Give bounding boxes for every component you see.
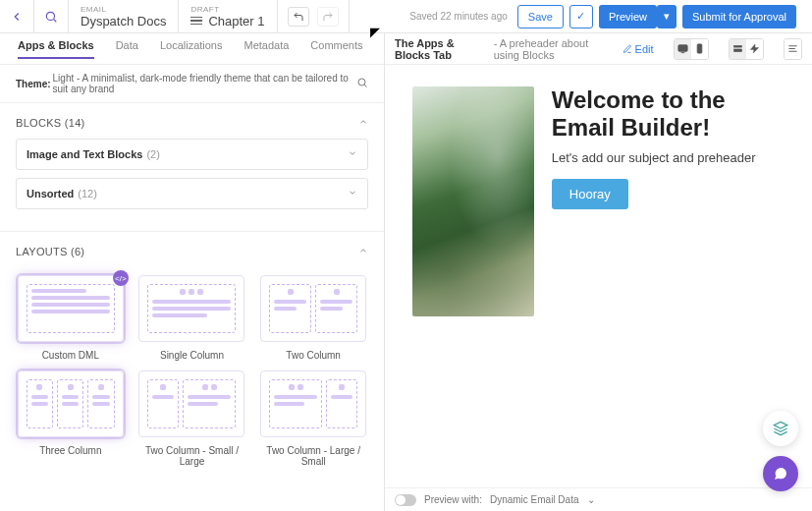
email-label: EMAIL — [81, 5, 107, 14]
redo-button[interactable] — [317, 7, 339, 27]
svg-rect-8 — [733, 49, 741, 52]
back-button[interactable] — [0, 0, 34, 32]
preview-title: The Apps & Blocks Tab — [395, 37, 486, 61]
chevron-up-icon — [358, 117, 368, 129]
code-badge-icon: </> — [113, 270, 129, 286]
preview-toggle[interactable] — [395, 494, 416, 506]
preview-with-value[interactable]: Dynamic Email Data — [490, 494, 579, 505]
email-heading[interactable]: Welcome to the Email Builder! — [552, 86, 785, 141]
cta-button[interactable]: Hooray — [552, 179, 628, 209]
left-tabs: Apps & Blocks Data Localizations Metadat… — [0, 33, 384, 65]
preview-with-label: Preview with: — [424, 494, 482, 505]
email-canvas[interactable]: Welcome to the Email Builder! Let's add … — [385, 65, 812, 511]
confirm-button[interactable]: ✓ — [569, 5, 593, 28]
help-chat-button[interactable] — [763, 456, 798, 491]
theme-value: Light - A minimalist, dark-mode friendly… — [53, 73, 356, 94]
layouts-title: LAYOUTS (6) — [16, 246, 84, 257]
layouts-header[interactable]: LAYOUTS (6) — [0, 232, 384, 267]
layout-two-column[interactable]: Two Column — [258, 275, 368, 361]
save-button[interactable]: Save — [517, 5, 564, 28]
hero-image[interactable] — [412, 86, 534, 316]
submit-button[interactable]: Submit for Approval — [682, 5, 796, 28]
draft-value: Chapter 1 — [208, 14, 264, 28]
saved-status: Saved 22 minutes ago — [409, 11, 508, 22]
preview-subtitle: - A preheader about using Blocks — [494, 37, 615, 61]
align-button[interactable] — [785, 39, 801, 59]
edit-button[interactable]: Edit — [623, 43, 654, 55]
svg-line-1 — [54, 19, 57, 22]
email-value: Dyspatch Docs — [81, 14, 166, 28]
blocks-header[interactable]: BLOCKS (14) — [0, 103, 384, 139]
email-meta[interactable]: EMAIL Dyspatch Docs — [69, 0, 179, 32]
search-icon[interactable] — [356, 77, 368, 90]
svg-line-3 — [364, 85, 366, 86]
layout-single-column[interactable]: Single Column — [137, 275, 247, 361]
chevron-down-icon: ⌄ — [587, 494, 595, 505]
chevron-down-icon — [348, 148, 357, 160]
layout-three-column[interactable]: Three Column — [16, 370, 126, 467]
block-group-unsorted[interactable]: Unsorted (12) — [16, 178, 368, 209]
layout-view-button[interactable] — [730, 39, 746, 59]
desktop-view-button[interactable] — [675, 39, 691, 59]
device-toggle — [674, 38, 709, 60]
mobile-view-button[interactable] — [691, 39, 708, 59]
svg-rect-4 — [678, 45, 687, 51]
align-toggle — [784, 38, 802, 60]
preview-dropdown[interactable]: ▾ — [657, 5, 677, 28]
chevron-up-icon — [358, 246, 368, 257]
tab-comments[interactable]: Comments — [310, 39, 362, 59]
search-button[interactable] — [34, 0, 69, 32]
tab-localizations[interactable]: Localizations — [160, 39, 223, 59]
layout-custom-dml[interactable]: </> Custom DML — [16, 275, 126, 361]
list-icon — [190, 15, 202, 28]
svg-rect-7 — [733, 45, 741, 47]
draft-meta[interactable]: DRAFT Chapter 1 — [179, 0, 277, 32]
svg-point-2 — [358, 79, 365, 85]
svg-rect-6 — [697, 44, 702, 53]
svg-marker-9 — [750, 44, 758, 53]
email-body[interactable]: Let's add our subject and preheader — [552, 150, 785, 165]
preview-button[interactable]: Preview — [599, 5, 657, 28]
undo-button[interactable] — [288, 7, 309, 27]
svg-marker-13 — [774, 422, 786, 428]
view-mode-toggle — [729, 38, 764, 60]
svg-point-0 — [46, 12, 54, 20]
draft-label: DRAFT — [190, 5, 219, 14]
layout-grid: </> Custom DML Single Column Two Column … — [0, 267, 384, 483]
layers-button[interactable] — [763, 411, 798, 446]
amp-view-button[interactable] — [746, 39, 763, 59]
blocks-title: BLOCKS (14) — [16, 117, 85, 129]
layout-two-col-sl[interactable]: Two Column - Small / Large — [137, 370, 247, 467]
layout-two-col-ls[interactable]: Two Column - Large / Small — [258, 370, 368, 467]
tab-data[interactable]: Data — [116, 39, 138, 59]
tab-apps-blocks[interactable]: Apps & Blocks — [18, 39, 94, 59]
chevron-down-icon — [348, 188, 357, 199]
theme-row[interactable]: Theme: Light - A minimalist, dark-mode f… — [0, 65, 384, 103]
tab-metadata[interactable]: Metadata — [244, 39, 289, 59]
block-group-image-text[interactable]: Image and Text Blocks (2) — [16, 139, 368, 170]
theme-label: Theme: — [16, 79, 51, 89]
